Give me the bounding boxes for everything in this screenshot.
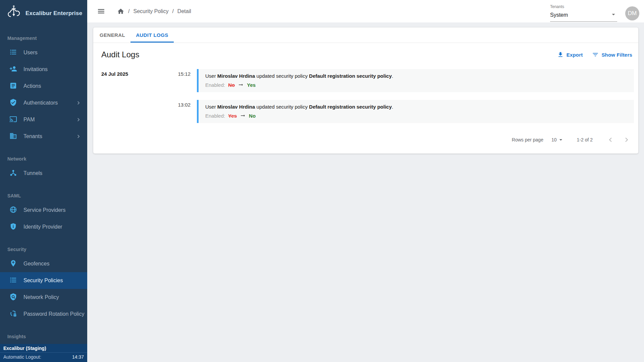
sidebar-item-network-policy[interactable]: Network Policy <box>0 289 87 306</box>
sidebar-item-authenticators[interactable]: Authenticators <box>0 95 87 111</box>
audit-log-date: 24 Jul 2025 <box>101 69 160 92</box>
next-page-button[interactable] <box>622 135 631 144</box>
person-add-icon <box>9 65 17 74</box>
add-location-icon <box>9 259 17 268</box>
environment-label: Excalibur (Staging) <box>0 344 87 353</box>
avatar[interactable]: DM <box>625 6 639 20</box>
brand[interactable]: Excalibur Enterprise <box>0 0 87 24</box>
download-icon <box>557 51 564 58</box>
show-filters-button-label: Show Filters <box>601 52 632 58</box>
audit-log-row: 24 Jul 2025 15:12 User Miroslav Hrdina u… <box>101 69 634 92</box>
new-value: No <box>249 113 256 119</box>
chevron-right-icon <box>75 100 82 108</box>
audit-policy-name: Default registration security policy <box>309 73 392 79</box>
export-button-label: Export <box>567 52 583 58</box>
chevron-right-icon <box>622 135 631 144</box>
verified-shield-icon <box>9 99 17 108</box>
sidebar-item-service-providers[interactable]: Service Providers <box>0 202 87 219</box>
sidebar-item-users[interactable]: Users <box>0 44 87 61</box>
audit-log-list: 24 Jul 2025 15:12 User Miroslav Hrdina u… <box>93 66 638 123</box>
changed-field-label: Enabled: <box>205 82 225 88</box>
sidebar-item-label: Identity Provider <box>23 224 62 230</box>
sidebar-item-geofences[interactable]: Geofences <box>0 255 87 272</box>
tab-audit-logs[interactable]: AUDIT LOGS <box>130 27 174 43</box>
audit-user-name: Miroslav Hrdina <box>217 104 255 110</box>
sidebar-footer: Excalibur (Staging) Automatic Logout: 14… <box>0 344 87 362</box>
filter-icon <box>592 51 599 58</box>
automatic-logout-label: Automatic Logout: <box>3 354 41 360</box>
menu-toggle-button[interactable] <box>97 7 105 15</box>
sidebar-item-label: Actions <box>23 83 41 89</box>
audit-log-row: 13:02 User Miroslav Hrdina updated secur… <box>101 100 634 123</box>
pagination: Rows per page 10 1-2 of 2 <box>93 131 638 150</box>
sidebar-item-tenants[interactable]: Tenants <box>0 128 87 145</box>
sidebar-item-label: Password Rotation Policy <box>23 311 84 317</box>
sidebar-item-label: Tunnels <box>23 170 42 176</box>
sidebar-item-actions[interactable]: Actions <box>0 78 87 95</box>
old-value: No <box>228 82 235 88</box>
sidebar-item-label: Service Providers <box>23 207 65 213</box>
export-button[interactable]: Export <box>557 51 583 58</box>
automatic-logout-timer: 14:37 <box>72 354 84 360</box>
sidebar-item-identity-provider[interactable]: Identity Provider <box>0 219 87 235</box>
audit-log-entry: User Miroslav Hrdina updated security po… <box>197 69 634 92</box>
arrow-right-icon <box>240 113 246 119</box>
audit-logs-card: GENERAL AUDIT LOGS Audit Logs Export Sho… <box>93 27 638 154</box>
audit-log-entry: User Miroslav Hrdina updated security po… <box>197 100 634 123</box>
breadcrumb-separator: / <box>128 8 129 14</box>
page-title: Audit Logs <box>101 50 139 59</box>
sidebar-section-insights: Insights <box>7 334 87 341</box>
list-icon <box>9 276 17 285</box>
sidebar-item-security-policies[interactable]: Security Policies <box>0 272 87 289</box>
chevron-left-icon <box>606 135 615 144</box>
breadcrumb: / Security Policy / Detail <box>117 8 191 15</box>
sidebar-item-tunnels[interactable]: Tunnels <box>0 165 87 182</box>
audit-log-date <box>101 100 160 123</box>
sidebar-item-label: Invitations <box>23 66 48 72</box>
tenants-select-value: System <box>550 12 568 18</box>
building-icon <box>9 132 17 141</box>
policy-icon <box>9 293 17 302</box>
audit-log-time: 13:02 <box>160 100 191 123</box>
chevron-down-icon <box>610 11 617 19</box>
rows-per-page-select[interactable]: 10 <box>551 136 564 143</box>
sidebar-item-label: Users <box>23 50 38 56</box>
audit-log-time: 15:12 <box>160 69 191 92</box>
sidebar-section-management: Management <box>7 36 87 42</box>
old-value: Yes <box>228 113 237 119</box>
sidebar-section-security: Security <box>7 247 87 253</box>
rows-per-page-label: Rows per page <box>512 137 543 142</box>
sidebar-item-password-rotation-policy[interactable]: Password Rotation Policy <box>0 306 87 322</box>
sidebar-item-label: Network Policy <box>23 294 59 300</box>
cast-icon <box>9 115 17 124</box>
list-icon <box>9 48 17 57</box>
globe-icon <box>9 206 17 215</box>
chevron-right-icon <box>75 133 82 141</box>
home-breadcrumb-button[interactable] <box>117 8 124 15</box>
audit-log-change: Enabled: Yes No <box>205 113 627 119</box>
hub-icon <box>9 169 17 178</box>
tenants-select-label: Tenants <box>550 4 617 9</box>
show-filters-button[interactable]: Show Filters <box>592 51 632 58</box>
breadcrumb-detail: Detail <box>177 8 191 14</box>
sidebar-item-invitations[interactable]: Invitations <box>0 61 87 78</box>
sync-lock-icon <box>9 310 17 319</box>
audit-policy-name: Default registration security policy <box>309 104 392 110</box>
excalibur-cloud-sword-logo-icon <box>6 5 21 22</box>
article-icon <box>9 82 17 91</box>
sidebar-item-pam[interactable]: PAM <box>0 111 87 128</box>
changed-field-label: Enabled: <box>205 113 225 119</box>
tab-general[interactable]: GENERAL <box>94 27 130 43</box>
audit-user-name: Miroslav Hrdina <box>217 73 255 79</box>
tenants-select[interactable]: Tenants System <box>550 1 617 22</box>
sidebar-section-network: Network <box>7 156 87 163</box>
breadcrumb-security-policy[interactable]: Security Policy <box>133 8 168 14</box>
new-value: Yes <box>247 82 256 88</box>
sidebar-item-label: Geofences <box>23 261 49 267</box>
chevron-down-icon <box>557 136 564 143</box>
hamburger-icon <box>97 7 105 15</box>
shield-info-icon <box>9 223 17 232</box>
sidebar-section-saml: SAML <box>7 193 87 200</box>
previous-page-button[interactable] <box>606 135 615 144</box>
sidebar-item-label: Security Policies <box>23 278 63 284</box>
